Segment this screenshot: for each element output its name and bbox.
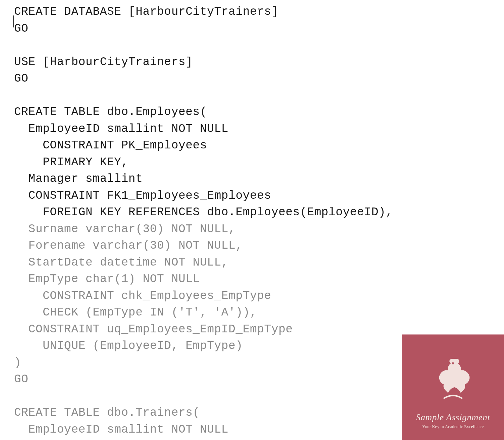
code-text: Manager smallint [14, 172, 143, 185]
code-text: Surname varchar(30) NOT NULL, [14, 223, 235, 236]
code-line: CHECK (EmpType IN ('T', 'A')), [14, 304, 504, 321]
code-line: CREATE DATABASE [HarbourCityTrainers] [14, 4, 504, 20]
code-text: ) [14, 356, 21, 369]
code-text: GO [14, 72, 29, 85]
code-text: CONSTRAINT PK_Employees [14, 139, 207, 152]
code-text: CREATE DATABASE [HarbourCityTrainers] [14, 5, 278, 18]
code-line: GO [14, 70, 504, 87]
code-text [14, 39, 21, 52]
code-text: EmployeeID smallint NOT NULL [14, 122, 228, 135]
code-line: GO [14, 20, 504, 37]
code-text: CONSTRAINT chk_Employees_EmpType [14, 289, 271, 302]
watermark-logo-icon [432, 356, 474, 405]
code-text: EmployeeID smallint NOT NULL [14, 423, 228, 436]
code-line: PRIMARY KEY, [14, 154, 504, 171]
code-line: CONSTRAINT chk_Employees_EmpType [14, 288, 504, 305]
code-text: EmpType char(1) NOT NULL [14, 273, 200, 286]
code-line [14, 37, 504, 54]
code-line: CONSTRAINT FK1_Employees_Employees [14, 187, 504, 204]
code-line: EmployeeID smallint NOT NULL [14, 121, 504, 138]
code-text: Forename varchar(30) NOT NULL, [14, 239, 243, 252]
code-line: StartDate datetime NOT NULL, [14, 254, 504, 271]
code-text: CHECK (EmpType IN ('T', 'A')), [14, 306, 257, 319]
code-text [14, 89, 21, 102]
code-text: CREATE TABLE dbo.Employees( [14, 106, 207, 119]
watermark-badge: Sample Assignment Your Key to Academic E… [402, 334, 504, 440]
code-text: GO [14, 373, 29, 386]
code-line: USE [HarbourCityTrainers] [14, 54, 504, 71]
code-text: CONSTRAINT FK1_Employees_Employees [14, 189, 271, 202]
code-text: PRIMARY KEY, [14, 156, 128, 169]
code-text: GO [14, 22, 29, 35]
code-text: StartDate datetime NOT NULL, [14, 256, 228, 269]
code-text: CREATE TABLE dbo.Trainers( [14, 406, 200, 419]
code-line: EmpType char(1) NOT NULL [14, 271, 504, 288]
code-text: CONSTRAINT uq_Employees_EmpID_EmpType [14, 323, 293, 336]
code-line: Surname varchar(30) NOT NULL, [14, 221, 504, 238]
code-text: FOREIGN KEY REFERENCES dbo.Employees(Emp… [14, 206, 393, 219]
code-text: USE [HarbourCityTrainers] [14, 56, 193, 69]
code-line: FOREIGN KEY REFERENCES dbo.Employees(Emp… [14, 204, 504, 221]
code-line: CONSTRAINT PK_Employees [14, 137, 504, 154]
code-line [14, 87, 504, 104]
code-line: CREATE TABLE dbo.Employees( [14, 104, 504, 121]
code-text [14, 390, 21, 403]
watermark-title: Sample Assignment [416, 412, 490, 423]
code-line: Forename varchar(30) NOT NULL, [14, 237, 504, 254]
code-line: Manager smallint [14, 171, 504, 187]
code-text: UNIQUE (EmployeeID, EmpType) [14, 339, 243, 352]
watermark-subtitle: Your Key to Academic Excellence [422, 424, 484, 429]
